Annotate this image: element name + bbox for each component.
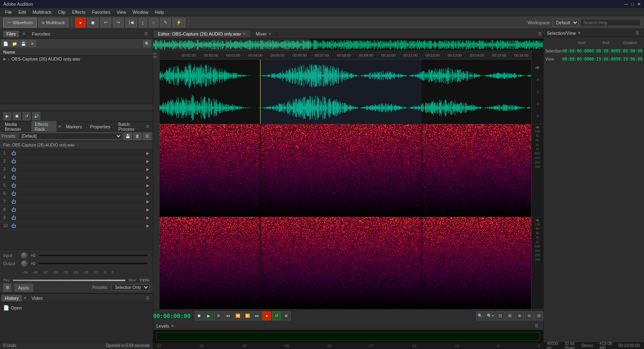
multitrack-mode-btn[interactable]: ≡ Multitrack — [38, 18, 69, 27]
waveform-mode-btn[interactable]: 〰 Waveform — [3, 18, 37, 27]
menu-clip[interactable]: Clip — [55, 9, 69, 15]
loop-btn[interactable]: ↺ — [272, 311, 281, 320]
rewind-btn[interactable]: ⏪ — [233, 311, 242, 320]
tab-history[interactable]: History — [2, 295, 22, 301]
files-search-btn[interactable]: 🔍 — [143, 40, 151, 47]
mixer-tab-close[interactable]: ✕ — [268, 32, 272, 36]
selection-start[interactable]: 00:00:00:00 — [562, 49, 589, 53]
menu-effects[interactable]: Effects — [69, 9, 89, 15]
zoom-in-btn[interactable]: 🔍+ — [486, 311, 495, 320]
minimize-btn[interactable]: ─ — [625, 2, 628, 7]
toolbar-tool3[interactable]: |◀ — [125, 18, 137, 27]
toolbar-stop-btn[interactable]: ⏹ — [87, 18, 99, 27]
time-ruler[interactable]: 00:01:00 00:02:00 00:03:00 00:04:00 00:0… — [160, 51, 531, 60]
play-btn[interactable]: ▶ — [204, 311, 213, 320]
zoom-fit-btn[interactable]: ⊡ — [496, 311, 505, 320]
history-item-open[interactable]: 📄 Open — [2, 304, 151, 311]
mini-speaker-btn[interactable]: 🔊 — [32, 112, 40, 120]
search-input[interactable] — [580, 19, 641, 26]
tab-mixer[interactable]: Mixer ✕ — [251, 31, 277, 37]
stop-btn[interactable]: ⏹ — [195, 311, 204, 320]
files-close-all-btn[interactable]: ✕ — [28, 40, 36, 47]
selection-menu-btn[interactable]: ☰ — [634, 31, 641, 35]
effect-item-3[interactable]: 3 ⏻ ▶ — [0, 165, 153, 173]
tab-properties[interactable]: Properties — [87, 123, 113, 130]
zoom-fit-v-btn[interactable]: ⊟ — [534, 311, 543, 320]
process-dropdown[interactable]: Selection Only Entire File — [111, 284, 150, 291]
history-menu-btn[interactable]: ☰ — [144, 296, 151, 300]
tab-effects-rack[interactable]: Effects Rack — [31, 121, 56, 132]
tab-favorites[interactable]: Favorites — [29, 31, 53, 37]
file-item[interactable]: ▶ ♪ OBS-Capture (26) AUDIO only.wav — [0, 56, 153, 62]
toggle-effects-btn[interactable]: ⊞ — [3, 284, 11, 292]
menu-edit[interactable]: Edit — [15, 9, 29, 15]
view-end[interactable]: 00:19:06:00 — [589, 57, 616, 61]
effect-item-4[interactable]: 4 ⏻ ▶ — [0, 173, 153, 182]
mini-loop-btn[interactable]: ↺ — [23, 112, 31, 120]
input-knob[interactable] — [21, 252, 27, 259]
waveform-area[interactable]: dB -9 -3 -3 -9 — [153, 60, 543, 124]
fast-forward-btn[interactable]: ⏩ — [243, 311, 252, 320]
apply-button[interactable]: Apply — [15, 284, 33, 292]
selection-duration[interactable]: 00:00:00:00 — [616, 49, 642, 53]
restore-btn[interactable]: □ — [631, 2, 634, 7]
effect-item-10[interactable]: 10 ⏻ ▶ — [0, 222, 153, 230]
effect-item-2[interactable]: 2 ⏻ ▶ — [0, 157, 153, 165]
editor-menu-btn[interactable]: ☰ — [536, 31, 543, 36]
toolbar-tool7[interactable]: ⚡ — [172, 18, 185, 27]
view-start[interactable]: 00:00:00:00 — [562, 57, 589, 61]
zoom-sel-btn[interactable]: ⊞ — [505, 311, 514, 320]
view-duration[interactable]: 00:19:06:00 — [616, 57, 642, 61]
selection-close[interactable]: ✕ — [578, 31, 581, 35]
wet-slider[interactable] — [13, 280, 125, 281]
selection-end[interactable]: 00:00:00:00 — [589, 49, 616, 53]
files-save-btn[interactable]: 💾 — [19, 40, 27, 47]
close-btn[interactable]: ✕ — [637, 2, 641, 7]
history-close[interactable]: ✕ — [23, 296, 27, 300]
spectrogram-top[interactable] — [160, 124, 531, 217]
files-menu-btn[interactable]: ☰ — [143, 31, 150, 36]
zoom-out-btn[interactable]: 🔍- — [476, 311, 485, 320]
levels-menu-btn[interactable]: ☰ — [533, 324, 540, 328]
effect-item-7[interactable]: 7 ⏻ ▶ — [0, 198, 153, 206]
toolbar-record-btn[interactable]: ● — [75, 18, 85, 27]
zoom-in-v-btn[interactable]: ⊕ — [515, 311, 524, 320]
tab-markers[interactable]: Markers — [63, 123, 85, 130]
effect-item-8[interactable]: 8 ⏻ ▶ — [0, 206, 153, 214]
toolbar-tool5[interactable]: ○ — [149, 18, 159, 27]
menu-help[interactable]: Help — [152, 9, 167, 15]
toolbar-tool2[interactable]: ↪ — [113, 18, 124, 27]
effect-item-1[interactable]: 1 ⏻ ▶ — [0, 149, 153, 157]
punch-btn[interactable]: ⊕ — [282, 311, 291, 320]
tab-editor[interactable]: Editor: OBS-Capture (26) AUDIO only.wav … — [153, 31, 251, 37]
mini-play-btn[interactable]: ▶ — [3, 112, 11, 120]
menu-window[interactable]: Window — [129, 9, 152, 15]
files-open-btn[interactable]: 📁 — [10, 40, 19, 47]
tab-video[interactable]: Video — [28, 295, 46, 301]
workspace-dropdown[interactable]: Default — [553, 19, 579, 27]
record-btn[interactable]: ● — [262, 311, 271, 320]
go-end-btn[interactable]: ⏭ — [253, 311, 262, 320]
effects-rack-close[interactable]: ✕ — [58, 124, 61, 129]
effects-menu-btn[interactable]: ☰ — [144, 124, 151, 129]
tab-media-browser[interactable]: Media Browser — [2, 121, 30, 132]
presets-dropdown[interactable]: [Default] — [18, 133, 122, 140]
menu-file[interactable]: File — [2, 9, 15, 15]
levels-close[interactable]: ✕ — [171, 324, 174, 328]
files-new-btn[interactable]: 📄 — [2, 40, 10, 47]
pause-btn[interactable]: ⏸ — [214, 311, 223, 320]
menu-favorites[interactable]: Favorites — [89, 9, 113, 15]
files-close[interactable]: ✕ — [22, 31, 25, 36]
spectrogram-bottom[interactable] — [160, 217, 531, 309]
waveform-display[interactable] — [160, 60, 531, 124]
tab-files[interactable]: Files — [3, 31, 19, 37]
files-scrollbar[interactable] — [0, 104, 153, 110]
effect-item-9[interactable]: 9 ⏻ ▶ — [0, 214, 153, 222]
presets-save-btn[interactable]: 💾 — [124, 133, 132, 140]
menu-view[interactable]: View — [113, 9, 129, 15]
output-knob[interactable] — [21, 260, 27, 267]
presets-delete-btn[interactable]: 🗑 — [133, 133, 141, 140]
toolbar-tool6[interactable]: ✎ — [160, 18, 171, 27]
toolbar-tool1[interactable]: ↩ — [100, 18, 111, 27]
tab-batch-process[interactable]: Batch Process — [115, 121, 143, 132]
